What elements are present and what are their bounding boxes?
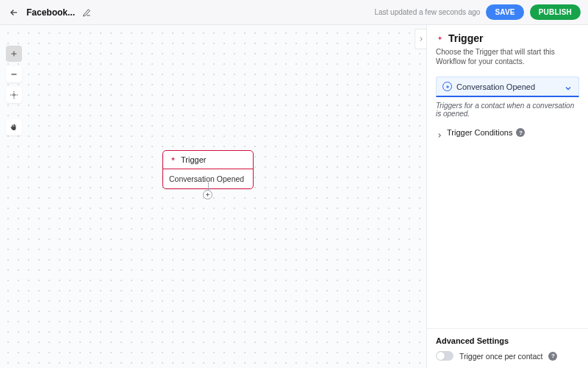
pencil-icon[interactable] — [81, 7, 93, 18]
sidebar-title: Trigger — [448, 32, 483, 44]
zoom-in-button[interactable] — [6, 46, 22, 62]
canvas-grid — [0, 25, 426, 368]
advanced-settings-title: Advanced Settings — [436, 336, 579, 345]
plus-circle-icon — [442, 82, 452, 91]
add-step-button[interactable] — [203, 190, 212, 199]
trigger-conditions-label: Trigger Conditions — [447, 128, 512, 137]
sidebar: Trigger Choose the Trigger that will sta… — [426, 25, 588, 368]
pan-button[interactable] — [6, 119, 22, 135]
trigger-helper-text: Triggers for a contact when a conversati… — [436, 102, 579, 118]
trigger-once-toggle[interactable] — [436, 351, 453, 361]
zoom-out-button[interactable] — [6, 66, 22, 82]
trigger-once-label: Trigger once per contact — [459, 352, 542, 361]
recenter-button[interactable] — [6, 87, 22, 103]
chevron-right-icon — [436, 129, 443, 136]
canvas[interactable]: Trigger Conversation Opened — [0, 25, 426, 368]
help-icon[interactable]: ? — [516, 128, 525, 137]
trigger-select[interactable]: Conversation Opened — [436, 77, 579, 97]
trigger-select-value: Conversation Opened — [456, 82, 535, 91]
node-title: Trigger — [181, 155, 206, 164]
help-icon[interactable]: ? — [548, 352, 557, 361]
spark-icon — [169, 156, 177, 164]
top-bar: Facebook... Last updated a few seconds a… — [0, 0, 588, 25]
spark-icon — [436, 35, 444, 43]
save-button[interactable]: SAVE — [486, 4, 523, 20]
publish-button[interactable]: PUBLISH — [530, 4, 581, 20]
workflow-title: Facebook... — [26, 7, 75, 18]
sidebar-description: Choose the Trigger that will start this … — [436, 47, 579, 66]
collapse-sidebar-button[interactable] — [415, 29, 426, 49]
trigger-conditions-toggle[interactable]: Trigger Conditions ? — [436, 128, 579, 137]
svg-point-0 — [13, 94, 15, 96]
back-button[interactable] — [7, 6, 21, 19]
last-updated-text: Last updated a few seconds ago — [374, 8, 480, 16]
chevron-down-icon — [564, 82, 573, 91]
